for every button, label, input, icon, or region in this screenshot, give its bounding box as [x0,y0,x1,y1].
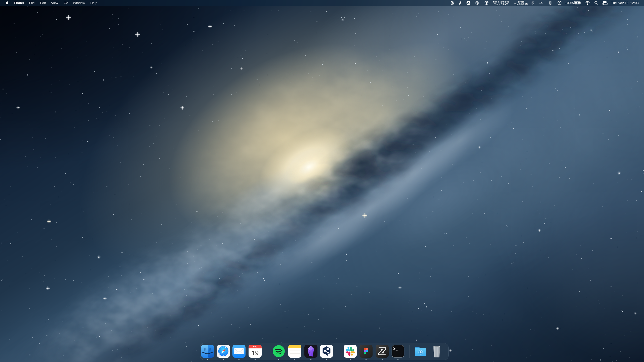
svg-text:19: 19 [252,349,259,357]
svg-text:NOV: NOV [253,346,257,348]
